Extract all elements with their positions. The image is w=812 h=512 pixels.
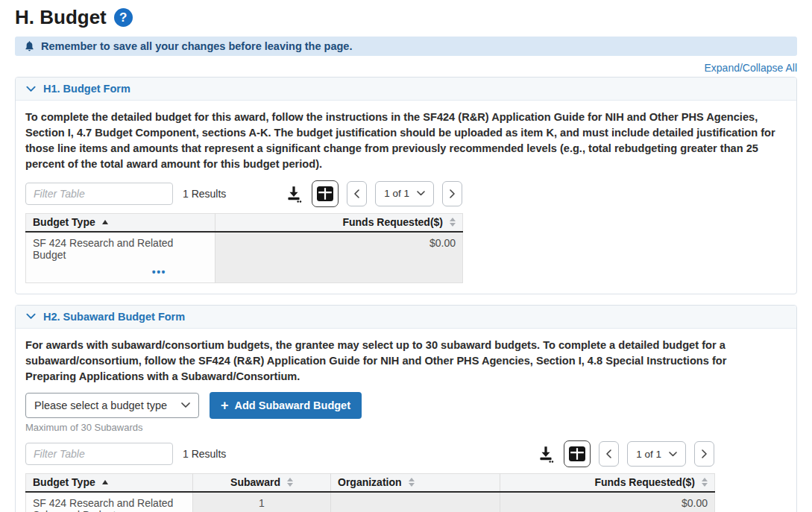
section-h2-body: For awards with subaward/consortium budg… [16, 329, 796, 512]
h1-table-header-row: Budget Type Funds Requested($) [26, 213, 463, 232]
page-title: H. Budget [15, 6, 107, 29]
prev-page-button[interactable] [599, 441, 619, 467]
section-h1-body: To complete the detailed budget for this… [16, 101, 796, 294]
table-grid-icon [317, 186, 333, 201]
chevron-down-icon [181, 402, 190, 408]
main-content: H. Budget ? Remember to save all your ch… [0, 0, 812, 512]
h1-table-row: SF 424 Research and Related Budget ••• $… [26, 232, 463, 283]
chevron-right-icon [701, 449, 708, 458]
chevron-down-icon [25, 83, 37, 95]
h2-row-organization [331, 492, 500, 512]
h2-col-organization[interactable]: Organization [331, 474, 500, 493]
sort-icon [409, 478, 415, 487]
section-h1-budget-form: H1. Budget Form To complete the detailed… [15, 77, 797, 294]
h1-col-budget-type[interactable]: Budget Type [26, 213, 215, 232]
alert-text: Remember to save all your changes before… [41, 40, 352, 52]
download-button[interactable] [284, 184, 303, 203]
alert-banner: Remember to save all your changes before… [15, 37, 797, 56]
section-h1-description: To complete the detailed budget for this… [25, 110, 778, 173]
download-button[interactable] [536, 444, 556, 464]
max-subawards-note: Maximum of 30 Subawards [25, 422, 787, 433]
h2-row-funds: $0.00 [500, 492, 715, 512]
page-header: H. Budget ? [15, 6, 797, 29]
download-icon [284, 184, 303, 203]
sort-icon [450, 218, 456, 227]
h2-filter-input[interactable] [25, 443, 173, 465]
h2-results-count: 1 Results [183, 448, 226, 460]
h1-col-funds-requested[interactable]: Funds Requested($) [215, 213, 463, 232]
h2-page-indicator: 1 of 1 [636, 449, 661, 460]
h1-table-toolbar: 1 Results [25, 180, 462, 207]
sort-icon [702, 478, 708, 487]
section-h2-subaward-budget-form: H2. Subaward Budget Form For awards with… [15, 305, 797, 512]
h2-subaward-table: Budget Type Subaward [25, 473, 715, 512]
add-subaward-budget-button[interactable]: + Add Subaward Budget [210, 392, 362, 419]
chevron-left-icon [605, 449, 612, 458]
sort-ascending-icon [102, 480, 108, 484]
budget-type-select-value: Please select a budget type [34, 399, 167, 411]
chevron-down-icon [669, 452, 677, 457]
column-settings-button[interactable] [312, 180, 339, 207]
h2-table-row: SF 424 Research and Related Subaward Bud… [26, 492, 715, 512]
next-page-button[interactable] [694, 441, 714, 467]
h1-page-select[interactable]: 1 of 1 [375, 181, 434, 206]
plus-icon: + [221, 399, 229, 412]
table-grid-icon [569, 446, 585, 461]
h1-row-funds: $0.00 [215, 232, 463, 283]
h1-page-indicator: 1 of 1 [384, 188, 409, 199]
download-icon [536, 444, 556, 464]
h1-row-budget-type: SF 424 Research and Related Budget ••• [26, 232, 215, 283]
section-h2-header[interactable]: H2. Subaward Budget Form [16, 306, 796, 329]
next-page-button[interactable] [442, 181, 462, 206]
row-actions-menu[interactable]: ••• [152, 266, 166, 278]
chevron-down-icon [417, 191, 425, 196]
sort-icon [287, 478, 293, 487]
h2-col-funds-requested[interactable]: Funds Requested($) [500, 474, 715, 493]
chevron-down-icon [25, 311, 37, 322]
expand-collapse-link[interactable]: Expand/Collapse All [704, 62, 797, 74]
budget-type-select[interactable]: Please select a budget type [25, 393, 199, 418]
h2-table-tools: 1 of 1 [536, 440, 714, 467]
h1-filter-input[interactable] [25, 183, 173, 205]
h1-table-tools: 1 of 1 [284, 180, 462, 207]
h2-row-subaward: 1 [193, 492, 331, 512]
h1-results-count: 1 Results [183, 188, 226, 200]
bell-icon [24, 40, 35, 52]
h2-page-select[interactable]: 1 of 1 [627, 441, 686, 467]
h2-add-controls: Please select a budget type + Add Subawa… [25, 392, 787, 419]
h2-col-budget-type[interactable]: Budget Type [26, 474, 193, 493]
h1-budget-table: Budget Type Funds Requested($) [25, 213, 463, 283]
chevron-left-icon [353, 189, 360, 198]
h2-table-toolbar: 1 Results [25, 440, 714, 467]
section-h1-title: H1. Budget Form [43, 83, 130, 95]
section-h2-title: H2. Subaward Budget Form [43, 311, 185, 323]
expand-collapse-row: Expand/Collapse All [15, 62, 797, 74]
section-h2-description: For awards with subaward/consortium budg… [25, 338, 778, 385]
prev-page-button[interactable] [347, 181, 367, 206]
h2-col-subaward[interactable]: Subaward [193, 474, 331, 493]
help-icon[interactable]: ? [114, 8, 133, 27]
chevron-right-icon [449, 189, 456, 198]
column-settings-button[interactable] [564, 440, 591, 467]
section-h1-header[interactable]: H1. Budget Form [16, 78, 796, 101]
sort-ascending-icon [102, 220, 108, 224]
budget-page: H. Budget ? Remember to save all your ch… [0, 0, 812, 512]
h2-table-header-row: Budget Type Subaward [26, 474, 715, 493]
h2-row-budget-type: SF 424 Research and Related Subaward Bud… [26, 492, 193, 512]
